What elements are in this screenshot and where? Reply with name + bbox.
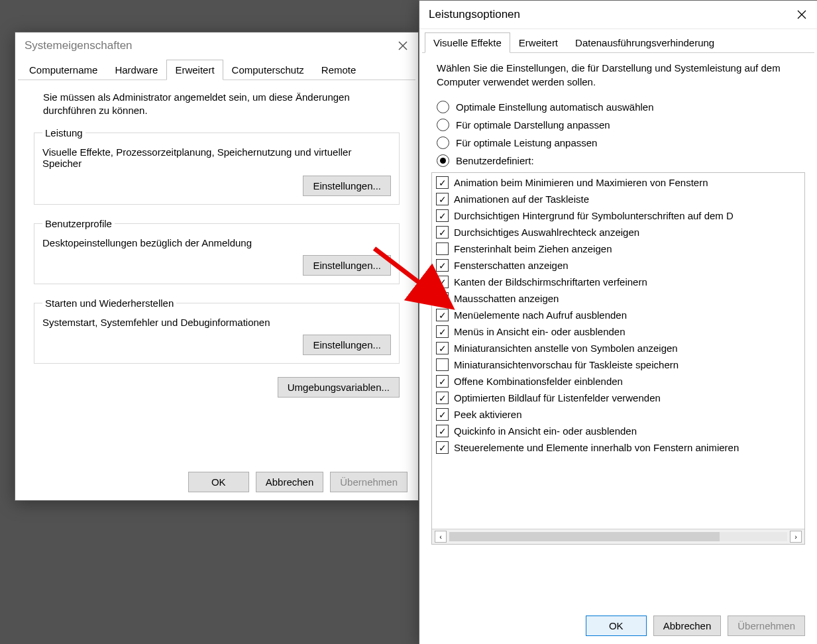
scroll-thumb[interactable]: [449, 532, 720, 541]
checkbox-label: Menüelemente nach Aufruf ausblenden: [454, 309, 627, 321]
radio-label: Benutzerdefiniert:: [456, 155, 534, 166]
close-icon[interactable]: [796, 9, 808, 21]
cancel-button[interactable]: Abbrechen: [256, 472, 324, 492]
checkbox-icon[interactable]: [436, 292, 449, 305]
scroll-right-icon[interactable]: ›: [790, 531, 802, 543]
checkbox-icon[interactable]: [436, 408, 449, 421]
section-legend: Starten und Wiederherstellen: [42, 297, 176, 309]
radio-option[interactable]: Für optimale Leistung anpassen: [437, 136, 800, 149]
tab-remote[interactable]: Remote: [313, 60, 365, 80]
system-properties-window: Systemeigenschaften ComputernameHardware…: [15, 32, 419, 501]
tabs: ComputernameHardwareErweitertComputersch…: [18, 59, 415, 80]
checkbox-icon[interactable]: [436, 425, 449, 437]
horizontal-scrollbar[interactable]: ‹ ›: [432, 529, 804, 544]
checkbox-icon[interactable]: [436, 325, 449, 338]
checkbox-item[interactable]: Mausschatten anzeigen: [432, 290, 804, 307]
checkbox-item[interactable]: Offene Kombinationsfelder einblenden: [432, 373, 804, 390]
checkbox-label: Kanten der Bildschirmschriftarten verfei…: [454, 276, 647, 288]
section-benutzerprofile: BenutzerprofileDesktopeinstellungen bezü…: [34, 218, 400, 284]
checkbox-item[interactable]: Fensterinhalt beim Ziehen anzeigen: [432, 241, 804, 257]
tab-erweitert[interactable]: Erweitert: [166, 60, 223, 80]
performance-options-window: Leistungsoptionen Visuelle EffekteErweit…: [419, 0, 817, 644]
radio-icon: [437, 101, 449, 113]
radio-option[interactable]: Für optimale Darstellung anpassen: [437, 119, 800, 131]
radio-group: Optimale Einstellung automatisch auswähl…: [437, 101, 800, 167]
checkbox-item[interactable]: Quickinfo in Ansicht ein- oder ausblende…: [432, 423, 804, 439]
ok-button[interactable]: OK: [188, 472, 249, 492]
scroll-track[interactable]: [449, 532, 787, 541]
radio-icon: [437, 154, 449, 167]
section-desc: Visuelle Effekte, Prozessorzeitplanung, …: [42, 146, 391, 169]
section-desc: Systemstart, Systemfehler und Debuginfor…: [42, 317, 391, 328]
checkbox-label: Offene Kombinationsfelder einblenden: [454, 376, 623, 387]
checkbox-icon[interactable]: [436, 392, 449, 404]
section-leistung: LeistungVisuelle Effekte, Prozessorzeitp…: [34, 127, 400, 205]
checkbox-item[interactable]: Durchsichtiges Auswahlrechteck anzeigen: [432, 224, 804, 241]
settings-button[interactable]: Einstellungen...: [303, 255, 391, 276]
checkbox-icon[interactable]: [436, 441, 449, 454]
checkbox-item[interactable]: Animationen auf der Taskleiste: [432, 191, 804, 207]
checkbox-label: Fensterschatten anzeigen: [454, 260, 569, 271]
tabs: Visuelle EffekteErweitertDatenausführung…: [422, 32, 814, 53]
radio-icon: [437, 136, 449, 149]
checkbox-icon[interactable]: [436, 276, 449, 288]
checkbox-label: Quickinfo in Ansicht ein- oder ausblende…: [454, 425, 637, 437]
checkbox-label: Durchsichtigen Hintergrund für Symbolunt…: [454, 210, 734, 221]
checkbox-item[interactable]: Animation beim Minimieren und Maximieren…: [432, 174, 804, 191]
close-icon[interactable]: [397, 40, 409, 52]
cancel-button[interactable]: Abbrechen: [653, 616, 722, 636]
checkbox-icon[interactable]: [436, 309, 449, 321]
checkbox-label: Durchsichtiges Auswahlrechteck anzeigen: [454, 227, 639, 238]
section-starten-und-wiederherstellen: Starten und WiederherstellenSystemstart,…: [34, 297, 400, 364]
section-desc: Desktopeinstellungen bezüglich der Anmel…: [42, 237, 391, 248]
tab-visuelle-effekte[interactable]: Visuelle Effekte: [425, 32, 510, 53]
tab-datenausführungsverhinderung[interactable]: Datenausführungsverhinderung: [567, 32, 723, 53]
checkbox-item[interactable]: Fensterschatten anzeigen: [432, 257, 804, 274]
checkbox-item[interactable]: Steuerelemente und Elemente innerhalb vo…: [432, 439, 804, 456]
apply-button[interactable]: Übernehmen: [330, 472, 408, 492]
settings-button[interactable]: Einstellungen...: [303, 335, 391, 355]
tab-computerschutz[interactable]: Computerschutz: [223, 60, 313, 80]
checkbox-icon[interactable]: [436, 209, 449, 222]
checkbox-icon[interactable]: [436, 193, 449, 205]
env-vars-button[interactable]: Umgebungsvariablen...: [278, 377, 400, 398]
checkbox-icon[interactable]: [436, 259, 449, 272]
checkbox-item[interactable]: Optimierten Bildlauf für Listenfelder ve…: [432, 390, 804, 406]
scroll-left-icon[interactable]: ‹: [435, 531, 447, 543]
ok-button[interactable]: OK: [586, 616, 647, 636]
tab-hardware[interactable]: Hardware: [106, 60, 166, 80]
checkbox-item[interactable]: Miniaturansichtenvorschau für Taskleiste…: [432, 356, 804, 373]
checkbox-label: Mausschatten anzeigen: [454, 293, 559, 304]
checkbox-icon[interactable]: [436, 358, 449, 371]
radio-option[interactable]: Benutzerdefiniert:: [437, 154, 800, 167]
radio-label: Optimale Einstellung automatisch auswähl…: [456, 101, 654, 113]
apply-button[interactable]: Übernehmen: [728, 616, 805, 636]
radio-option[interactable]: Optimale Einstellung automatisch auswähl…: [437, 101, 800, 113]
bottom-buttons: OK Abbrechen Übernehmen: [188, 472, 408, 492]
admin-info: Sie müssen als Administrator angemeldet …: [43, 91, 390, 118]
checkbox-icon[interactable]: [436, 176, 449, 189]
checkbox-item[interactable]: Menüs in Ansicht ein- oder ausblenden: [432, 323, 804, 340]
tab-computername[interactable]: Computername: [21, 60, 106, 80]
checkbox-item[interactable]: Kanten der Bildschirmschriftarten verfei…: [432, 274, 804, 290]
checkbox-label: Miniaturansichten anstelle von Symbolen …: [454, 343, 678, 354]
checkbox-item[interactable]: Miniaturansichten anstelle von Symbolen …: [432, 340, 804, 356]
checkbox-item[interactable]: Menüelemente nach Aufruf ausblenden: [432, 307, 804, 323]
window-title: Systemeigenschaften: [25, 39, 133, 52]
tab-erweitert[interactable]: Erweitert: [510, 32, 567, 53]
window-title: Leistungsoptionen: [429, 8, 520, 21]
bottom-buttons: OK Abbrechen Übernehmen: [586, 616, 805, 636]
settings-button[interactable]: Einstellungen...: [303, 176, 391, 196]
checkbox-label: Fensterinhalt beim Ziehen anzeigen: [454, 243, 612, 254]
checkbox-icon[interactable]: [436, 242, 449, 255]
checkbox-icon[interactable]: [436, 375, 449, 388]
intro-text: Wählen Sie die Einstellungen, die für Da…: [437, 61, 800, 89]
checkbox-item[interactable]: Durchsichtigen Hintergrund für Symbolunt…: [432, 207, 804, 224]
titlebar: Systemeigenschaften: [15, 32, 418, 59]
checkbox-icon[interactable]: [436, 226, 449, 239]
checkbox-icon[interactable]: [436, 342, 449, 354]
radio-label: Für optimale Leistung anpassen: [456, 137, 597, 148]
tab-body: Sie müssen als Administrator angemeldet …: [15, 80, 418, 413]
checkbox-item[interactable]: Peek aktivieren: [432, 406, 804, 423]
effects-listbox[interactable]: Animation beim Minimieren und Maximieren…: [431, 172, 805, 545]
